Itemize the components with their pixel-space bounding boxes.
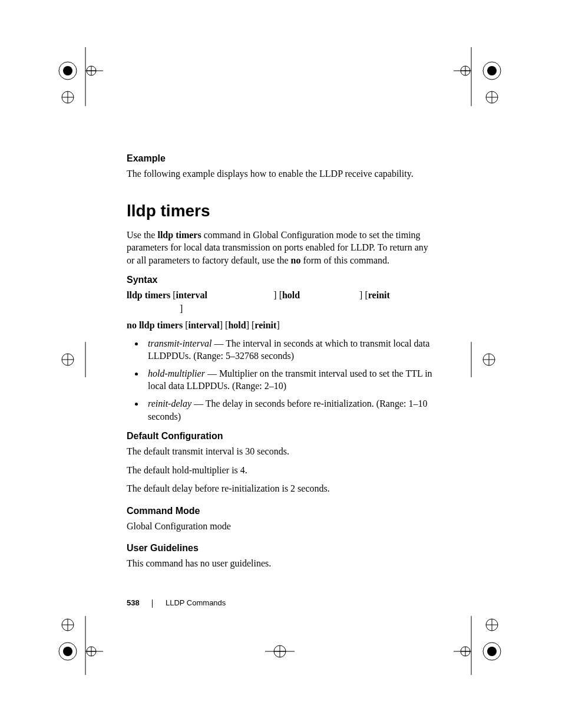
syntax-no-hold: hold (228, 320, 246, 330)
page-content: Example The following example displays h… (127, 153, 433, 578)
default-config-line: The default hold-multiplier is 4. (127, 464, 433, 477)
bullet-item: hold-multiplier — Multiplier on the tran… (144, 367, 433, 393)
svg-point-37 (63, 647, 72, 656)
user-guidelines-heading: User Guidelines (127, 543, 433, 554)
svg-point-16 (487, 66, 497, 75)
bullet-item: reinit-delay — The delay in seconds befo… (144, 397, 433, 423)
page-number: 538 (127, 598, 140, 607)
syntax-heading: Syntax (127, 275, 433, 285)
command-intro: Use the lldp timers command in Global Co… (127, 229, 433, 267)
bullet-term: reinit-delay (148, 398, 191, 409)
command-mode-text: Global Configuration mode (127, 520, 433, 533)
footer-divider (152, 599, 153, 608)
intro-pre: Use the (127, 230, 157, 240)
page-footer: 538 LLDP Commands (127, 598, 226, 608)
syntax-cmd: lldp timers (127, 290, 170, 300)
command-mode-heading: Command Mode (127, 506, 433, 516)
syntax-interval: interval (176, 290, 207, 300)
default-config-heading: Default Configuration (127, 431, 433, 442)
default-config-line: The default delay before re-initializati… (127, 482, 433, 495)
bullet-term: transmit-interval (148, 338, 211, 348)
default-config-line: The default transmit interval is 30 seco… (127, 445, 433, 458)
footer-section: LLDP Commands (166, 598, 226, 607)
syntax-line-1: lldp timers [interval transmit-interval]… (127, 289, 433, 315)
syntax-no-cmd: no lldp timers (127, 320, 183, 330)
intro-cmd: lldp timers (157, 230, 201, 240)
syntax-bullets: transmit-interval — The interval in seco… (127, 337, 433, 423)
example-heading: Example (127, 153, 433, 164)
svg-point-51 (487, 647, 497, 656)
syntax-hold: hold (282, 290, 300, 300)
syntax-line-2: no lldp timers [interval] [hold] [reinit… (127, 319, 433, 332)
syntax-no-interval: interval (188, 320, 219, 330)
bullet-item: transmit-interval — The interval in seco… (144, 337, 433, 363)
bullet-term: hold-multiplier (148, 368, 205, 378)
svg-point-3 (63, 66, 72, 75)
user-guidelines-text: This command has no user guidelines. (127, 557, 433, 570)
crop-mark-top-right (448, 47, 507, 106)
intro-post: form of this command. (300, 255, 389, 265)
syntax-no-reinit: reinit (254, 320, 276, 330)
command-title: lldp timers (127, 202, 433, 220)
crop-mark-left-mid (56, 342, 91, 377)
crop-mark-bottom-center (265, 637, 295, 666)
syntax-reinit: reinit (368, 290, 390, 300)
example-text: The following example displays how to en… (127, 167, 433, 180)
crop-mark-bottom-right (448, 616, 507, 675)
crop-mark-top-left (56, 47, 103, 106)
crop-mark-bottom-left (56, 616, 103, 675)
intro-no: no (291, 255, 301, 265)
crop-mark-right-mid (465, 342, 501, 377)
